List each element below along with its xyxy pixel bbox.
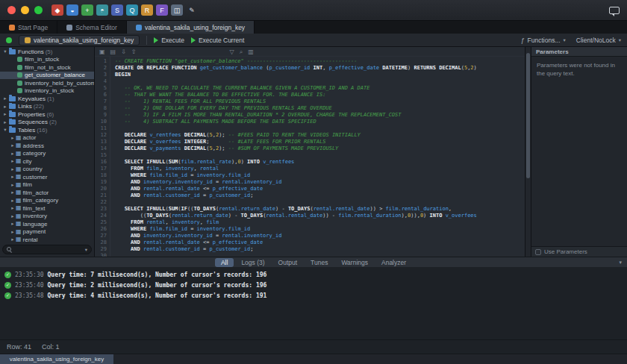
- doc-tab-valentina-sakila-using-foreign-key[interactable]: valentina_sakila_using_foreign_key: [127, 21, 255, 34]
- import-icon[interactable]: ⇧: [131, 48, 137, 55]
- disclosure-collapsed-icon[interactable]: ▸: [10, 189, 16, 195]
- feedback-chat-icon[interactable]: [609, 7, 620, 14]
- zoom-window-button[interactable]: [34, 6, 43, 14]
- disclosure-collapsed-icon[interactable]: ▸: [10, 205, 16, 211]
- code-line: -- 1) RENTAL FEES FOR ALL PREVIOUS RENTA…: [115, 98, 525, 105]
- tree-item-rental[interactable]: ▸▦rental: [0, 236, 94, 243]
- tree-item-film[interactable]: ▸▦film: [0, 181, 94, 189]
- log-panel-chevron-icon[interactable]: ▾: [619, 260, 622, 266]
- line-number: 26: [95, 226, 107, 233]
- diagram-editor-icon[interactable]: ◫: [171, 4, 183, 16]
- tree-item-film-category[interactable]: ▸▦film_category: [0, 197, 94, 205]
- execute-current-button[interactable]: Execute Current: [191, 37, 244, 44]
- disclosure-collapsed-icon[interactable]: ▸: [10, 142, 16, 148]
- disclosure-collapsed-icon[interactable]: ▸: [2, 95, 8, 101]
- tree-item-functions[interactable]: ▾Functions(5): [0, 48, 94, 56]
- sidebar-search-box[interactable]: ▾: [2, 245, 92, 254]
- columns-icon[interactable]: ▥: [248, 48, 254, 55]
- bottom-tab-document[interactable]: valentina_sakila_using_foreign_key: [0, 354, 113, 364]
- valentina-app-icon[interactable]: ◆: [52, 4, 63, 16]
- folder-icon: [9, 104, 16, 109]
- disclosure-collapsed-icon[interactable]: ▸: [10, 135, 16, 141]
- table-icon: ▦: [16, 166, 22, 172]
- disclosure-collapsed-icon[interactable]: ▸: [10, 198, 16, 204]
- disclosure-expanded-icon[interactable]: ▾: [2, 127, 8, 133]
- log-tab-logs-3[interactable]: Logs (3): [235, 258, 270, 267]
- export-icon[interactable]: ⇩: [121, 48, 126, 55]
- tree-item-tables[interactable]: ▾Tables(16): [0, 126, 94, 134]
- tree-item-country[interactable]: ▸▦country: [0, 166, 94, 174]
- connect-server-icon[interactable]: ◓: [96, 4, 108, 16]
- tree-label: film_actor: [23, 189, 49, 196]
- tree-item-keyvalues[interactable]: ▸Keyvalues(1): [0, 95, 94, 103]
- line-number: 5: [95, 85, 107, 92]
- disclosure-collapsed-icon[interactable]: ▸: [10, 182, 16, 188]
- tree-item-film-text[interactable]: ▸▦film_text: [0, 204, 94, 213]
- close-window-button[interactable]: [7, 6, 16, 14]
- disclosure-collapsed-icon[interactable]: ▸: [10, 236, 16, 242]
- tree-item-address[interactable]: ▸▦address: [0, 142, 94, 150]
- disclosure-collapsed-icon[interactable]: ▸: [10, 229, 16, 235]
- disclosure-collapsed-icon[interactable]: ▸: [10, 213, 16, 219]
- log-tab-all[interactable]: All: [215, 258, 234, 267]
- disclosure-collapsed-icon[interactable]: ▸: [10, 151, 16, 157]
- tree-item-film-in-stock[interactable]: film_in_stock: [0, 56, 94, 64]
- disclosure-collapsed-icon[interactable]: ▸: [10, 174, 16, 180]
- create-database-icon[interactable]: +: [81, 4, 93, 16]
- execute-button[interactable]: Execute: [154, 37, 184, 44]
- tree-item-inventory-held-by-customer[interactable]: inventory_held_by_customer: [0, 79, 94, 87]
- pen-icon[interactable]: ✎: [186, 4, 198, 16]
- tree-item-inventory-in-stock[interactable]: inventory_in_stock: [0, 87, 94, 95]
- forms-editor-icon[interactable]: F: [156, 4, 168, 16]
- disclosure-collapsed-icon[interactable]: ▸: [2, 111, 8, 117]
- tree-item-city[interactable]: ▸▦city: [0, 157, 94, 166]
- tree-item-film-not-in-stock[interactable]: film_not_in_stock: [0, 63, 94, 72]
- database-doc-icon: [25, 37, 31, 43]
- tree-item-film-actor[interactable]: ▸▦film_actor: [0, 189, 94, 197]
- open-database-icon[interactable]: ◒: [66, 4, 78, 16]
- tree-item-properties[interactable]: ▸Properties(6): [0, 110, 94, 119]
- log-tab-analyzer[interactable]: Analyzer: [375, 258, 412, 267]
- disclosure-collapsed-icon[interactable]: ▸: [10, 158, 16, 164]
- sql-editor-icon[interactable]: Q: [126, 4, 138, 16]
- save-icon[interactable]: ▣: [99, 48, 105, 55]
- disclosure-collapsed-icon[interactable]: ▸: [2, 104, 8, 110]
- log-tab-output[interactable]: Output: [272, 258, 304, 267]
- doc-tab-start-page[interactable]: Start Page: [0, 21, 57, 34]
- disclosure-collapsed-icon[interactable]: ▸: [10, 166, 16, 172]
- tree-item-payment[interactable]: ▸▦payment: [0, 228, 94, 236]
- use-parameters-checkbox[interactable]: [535, 249, 541, 255]
- log-tab-tunes[interactable]: Tunes: [305, 258, 334, 267]
- print-icon[interactable]: ▤: [110, 48, 116, 55]
- minimize-window-button[interactable]: [21, 6, 29, 14]
- schema-editor-icon[interactable]: S: [111, 4, 123, 16]
- sidebar-search-input[interactable]: [14, 246, 83, 253]
- client-mode-dropdown[interactable]: Client/NoLock ▾: [576, 37, 621, 44]
- filter-icon[interactable]: ▽: [230, 48, 234, 55]
- tree-item-actor[interactable]: ▸▦actor: [0, 134, 94, 142]
- tree-label: city: [23, 158, 32, 165]
- report-editor-icon[interactable]: R: [141, 4, 153, 16]
- table-icon: ▦: [16, 205, 22, 211]
- tree-item-inventory[interactable]: ▸▦inventory: [0, 213, 94, 221]
- tree-item-customer[interactable]: ▸▦customer: [0, 173, 94, 181]
- functions-dropdown[interactable]: ƒ Functions... ▾: [521, 37, 566, 44]
- disclosure-collapsed-icon[interactable]: ▸: [10, 221, 16, 227]
- doc-tab-schema-editor[interactable]: Schema Editor: [57, 21, 127, 34]
- search-icon[interactable]: ⌕: [240, 48, 243, 55]
- tree-item-category[interactable]: ▸▦category: [0, 150, 94, 158]
- tree-item-links[interactable]: ▸Links(22): [0, 103, 94, 111]
- disclosure-collapsed-icon[interactable]: ▸: [2, 119, 8, 125]
- tree-item-get-customer-balance[interactable]: get_customer_balance: [0, 72, 94, 80]
- folder-icon: [9, 119, 16, 125]
- editor-vertical-scrollbar[interactable]: [525, 47, 531, 257]
- log-entry-message: Query time: 7 millisecond(s), Number of …: [48, 272, 267, 278]
- success-check-icon: ✓: [4, 282, 11, 289]
- code-editor[interactable]: -- CREATE FUNCTION "get_customer_balance…: [110, 57, 525, 257]
- scrollbar-thumb[interactable]: [526, 53, 530, 178]
- document-chip[interactable]: valentina_sakila_using_foreign_key: [19, 35, 140, 46]
- log-tab-warnings[interactable]: Warnings: [335, 258, 374, 267]
- disclosure-expanded-icon[interactable]: ▾: [2, 48, 8, 54]
- tree-item-language[interactable]: ▸▦language: [0, 220, 94, 228]
- tree-item-sequences[interactable]: ▸Sequences(2): [0, 119, 94, 127]
